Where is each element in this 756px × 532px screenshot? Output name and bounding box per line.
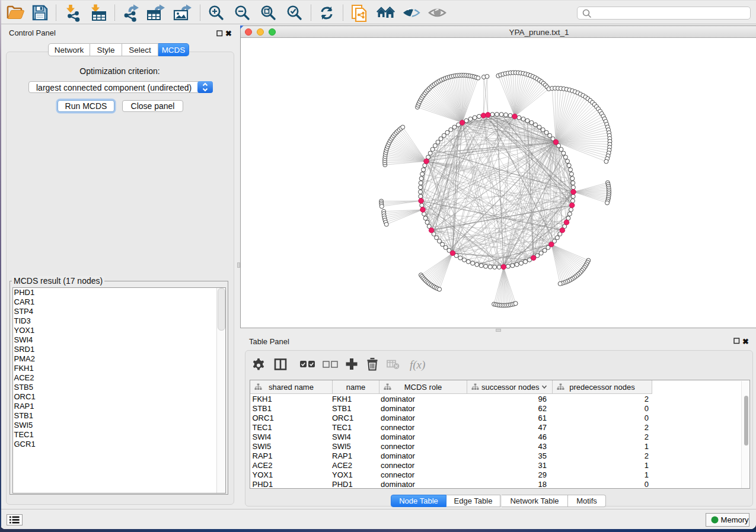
svg-text:f(x): f(x)	[410, 358, 425, 371]
